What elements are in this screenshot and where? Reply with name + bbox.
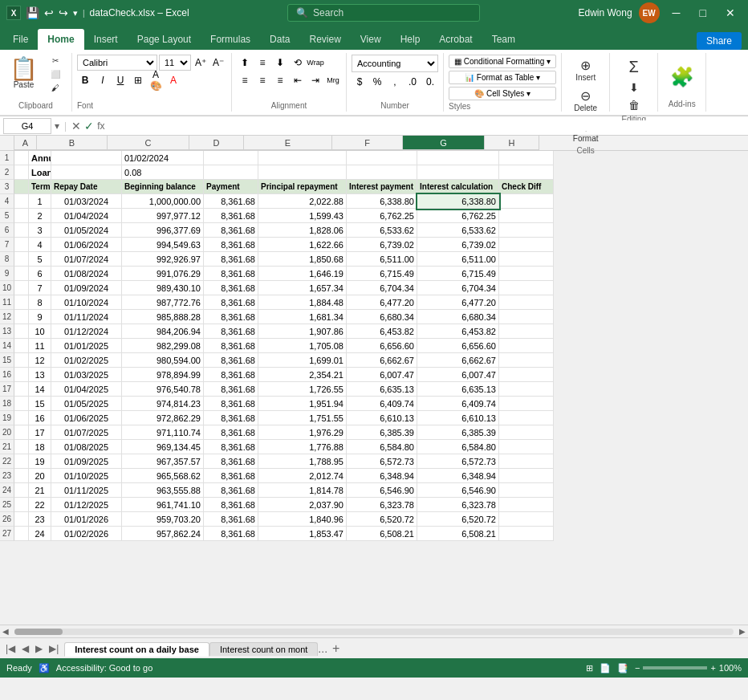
view-normal-icon[interactable]: ⊞ bbox=[586, 663, 593, 674]
list-item[interactable]: 01/03/2024 bbox=[51, 194, 122, 209]
list-item[interactable] bbox=[499, 440, 554, 454]
zoom-in-icon[interactable]: + bbox=[710, 663, 715, 673]
indent-right-button[interactable]: ⇥ bbox=[307, 72, 323, 88]
format-painter-button[interactable]: 🖌 bbox=[44, 82, 67, 94]
list-item[interactable]: 9 bbox=[29, 310, 51, 324]
list-item[interactable]: 969,134.45 bbox=[122, 440, 204, 454]
col-header-f[interactable]: F bbox=[332, 136, 403, 150]
quick-access-undo[interactable]: ↩ bbox=[44, 6, 54, 19]
list-item[interactable]: 985,888.28 bbox=[122, 310, 204, 324]
list-item[interactable]: 1,853.47 bbox=[258, 527, 347, 541]
list-item[interactable]: 1 bbox=[29, 194, 51, 209]
row-number[interactable]: 18 bbox=[0, 397, 14, 411]
list-item[interactable]: 6,762.25 bbox=[417, 209, 499, 223]
list-item[interactable] bbox=[347, 165, 417, 180]
row-number[interactable]: 27 bbox=[0, 527, 14, 541]
tab-data[interactable]: Data bbox=[260, 29, 299, 50]
list-item[interactable]: 1,884.48 bbox=[258, 295, 347, 310]
font-face-select[interactable]: Calibri bbox=[77, 55, 157, 71]
italic-button[interactable]: I bbox=[95, 72, 111, 88]
bold-button[interactable]: B bbox=[77, 72, 93, 88]
list-item[interactable]: 15 bbox=[29, 397, 51, 411]
merge-button[interactable]: Mrg bbox=[325, 72, 341, 88]
list-item[interactable]: 6,338.80 bbox=[417, 194, 499, 209]
list-item[interactable]: 963,555.88 bbox=[122, 483, 204, 498]
user-avatar[interactable]: EW bbox=[639, 2, 660, 23]
decrease-font-button[interactable]: A⁻ bbox=[210, 55, 226, 71]
list-item[interactable]: 6,704.34 bbox=[417, 281, 499, 295]
list-item[interactable] bbox=[499, 310, 554, 324]
addins-button[interactable]: 🧩 bbox=[665, 63, 699, 92]
list-item[interactable]: 01/07/2025 bbox=[51, 425, 122, 440]
list-item[interactable]: 18 bbox=[29, 440, 51, 454]
list-item[interactable]: 14 bbox=[29, 382, 51, 397]
col-header-b[interactable]: B bbox=[37, 136, 108, 150]
list-item[interactable]: 01/05/2024 bbox=[51, 223, 122, 238]
align-bottom-button[interactable]: ⬇ bbox=[272, 55, 288, 71]
row-number[interactable]: 5 bbox=[0, 209, 14, 223]
list-item[interactable]: 5 bbox=[29, 252, 51, 267]
list-item[interactable]: 1,951.94 bbox=[258, 397, 347, 411]
list-item[interactable]: 6,762.25 bbox=[347, 209, 417, 223]
list-item[interactable] bbox=[14, 223, 29, 238]
list-item[interactable]: 6,409.74 bbox=[347, 397, 417, 411]
list-item[interactable]: 01/04/2025 bbox=[51, 382, 122, 397]
list-item[interactable]: 6,635.13 bbox=[347, 382, 417, 397]
indent-left-button[interactable]: ⇤ bbox=[290, 72, 306, 88]
row-number[interactable]: 25 bbox=[0, 498, 14, 512]
add-sheet-button[interactable]: + bbox=[327, 641, 344, 656]
list-item[interactable]: 16 bbox=[29, 411, 51, 425]
list-item[interactable]: 01/02/2024 bbox=[122, 151, 204, 165]
list-item[interactable]: 6,680.34 bbox=[417, 310, 499, 324]
list-item[interactable]: 1,850.68 bbox=[258, 252, 347, 267]
tab-file[interactable]: File bbox=[3, 29, 38, 50]
align-left-button[interactable]: ≡ bbox=[237, 72, 253, 88]
list-item[interactable]: 6,511.00 bbox=[347, 252, 417, 267]
list-item[interactable]: 6,533.62 bbox=[347, 223, 417, 238]
list-item[interactable]: 6,520.72 bbox=[417, 512, 499, 527]
list-item[interactable]: Payment bbox=[204, 180, 258, 194]
list-item[interactable] bbox=[14, 382, 29, 397]
list-item[interactable]: 01/11/2025 bbox=[51, 483, 122, 498]
list-item[interactable]: 8,361.68 bbox=[204, 483, 258, 498]
underline-button[interactable]: U bbox=[112, 72, 128, 88]
list-item[interactable]: 01/08/2024 bbox=[51, 267, 122, 281]
row-number[interactable]: 10 bbox=[0, 281, 14, 295]
insert-cells-button[interactable]: ⊕ Insert bbox=[572, 56, 599, 83]
view-pagebreak-icon[interactable]: 📑 bbox=[617, 663, 628, 674]
list-item[interactable]: 6,348.94 bbox=[347, 469, 417, 483]
list-item[interactable]: 6,739.02 bbox=[417, 238, 499, 252]
tab-review[interactable]: Review bbox=[299, 29, 350, 50]
scroll-left-button[interactable]: ◀ bbox=[0, 627, 11, 636]
increase-decimal-button[interactable]: .0 bbox=[404, 74, 421, 90]
list-item[interactable]: 8,361.68 bbox=[204, 512, 258, 527]
list-item[interactable]: 6,584.80 bbox=[417, 440, 499, 454]
list-item[interactable]: 6,520.72 bbox=[347, 512, 417, 527]
list-item[interactable]: Term bbox=[29, 180, 51, 194]
grid-container[interactable]: 1Annual Interest01/02/20242Loan effectiv… bbox=[0, 151, 748, 625]
list-item[interactable]: 8,361.68 bbox=[204, 267, 258, 281]
list-item[interactable]: 1,657.34 bbox=[258, 281, 347, 295]
list-item[interactable]: 992,926.97 bbox=[122, 252, 204, 267]
list-item[interactable]: 8,361.68 bbox=[204, 425, 258, 440]
list-item[interactable]: Annual Interest bbox=[29, 151, 51, 165]
list-item[interactable]: 6,409.74 bbox=[417, 397, 499, 411]
list-item[interactable]: 8,361.68 bbox=[204, 324, 258, 339]
list-item[interactable]: 01/01/2025 bbox=[51, 339, 122, 353]
tab-acrobat[interactable]: Acrobat bbox=[429, 29, 482, 50]
sheet-tab-0[interactable]: Interest count on a daily base bbox=[64, 642, 209, 657]
format-as-table-button[interactable]: 📊 Format as Table ▾ bbox=[449, 71, 556, 84]
list-item[interactable] bbox=[14, 353, 29, 368]
zoom-out-icon[interactable]: − bbox=[635, 663, 640, 673]
list-item[interactable]: 8,361.68 bbox=[204, 440, 258, 454]
list-item[interactable]: 01/06/2024 bbox=[51, 238, 122, 252]
list-item[interactable]: 1,726.55 bbox=[258, 382, 347, 397]
minimize-button[interactable]: ─ bbox=[666, 6, 687, 19]
list-item[interactable] bbox=[14, 324, 29, 339]
list-item[interactable]: 01/12/2025 bbox=[51, 498, 122, 512]
list-item[interactable]: 6,662.67 bbox=[347, 353, 417, 368]
list-item[interactable]: 6,533.62 bbox=[417, 223, 499, 238]
list-item[interactable]: 8,361.68 bbox=[204, 368, 258, 382]
list-item[interactable] bbox=[14, 425, 29, 440]
list-item[interactable]: 01/12/2024 bbox=[51, 324, 122, 339]
